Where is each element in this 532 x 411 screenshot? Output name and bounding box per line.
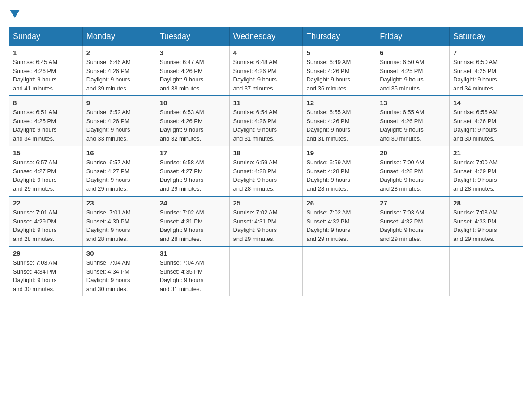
day-number: 9 (86, 99, 152, 107)
sunset-label: Sunset: 4:25 PM (453, 68, 496, 74)
sunrise-label: Sunrise: 7:00 AM (453, 159, 498, 166)
sunrise-label: Sunrise: 6:55 AM (306, 109, 351, 116)
sunrise-label: Sunrise: 6:55 AM (380, 109, 424, 116)
calendar-week-row: 22 Sunrise: 7:01 AM Sunset: 4:29 PM Dayl… (9, 196, 523, 246)
daylight-label: Daylight: 9 hours and 29 minutes. (453, 227, 497, 242)
day-info: Sunrise: 7:01 AM Sunset: 4:29 PM Dayligh… (13, 208, 79, 243)
sunset-label: Sunset: 4:31 PM (160, 218, 203, 225)
day-number: 18 (233, 149, 299, 157)
calendar-cell: 27 Sunrise: 7:03 AM Sunset: 4:32 PM Dayl… (376, 196, 450, 246)
calendar-cell: 2 Sunrise: 6:46 AM Sunset: 4:26 PM Dayli… (82, 46, 156, 96)
sunset-label: Sunset: 4:31 PM (233, 218, 276, 225)
sunrise-label: Sunrise: 6:54 AM (233, 109, 278, 116)
sunset-label: Sunset: 4:26 PM (160, 118, 203, 124)
day-number: 17 (160, 149, 226, 157)
day-number: 26 (306, 199, 372, 207)
day-number: 28 (453, 199, 519, 207)
daylight-label: Daylight: 9 hours and 31 minutes. (306, 126, 350, 142)
day-info: Sunrise: 6:50 AM Sunset: 4:25 PM Dayligh… (380, 58, 446, 93)
day-info: Sunrise: 6:46 AM Sunset: 4:26 PM Dayligh… (86, 58, 152, 93)
day-number: 10 (160, 99, 226, 107)
calendar-cell: 26 Sunrise: 7:02 AM Sunset: 4:32 PM Dayl… (303, 196, 376, 246)
sunrise-label: Sunrise: 6:52 AM (86, 109, 131, 116)
sunrise-label: Sunrise: 6:46 AM (86, 59, 131, 65)
sunrise-label: Sunrise: 6:50 AM (380, 59, 424, 65)
calendar-cell: 17 Sunrise: 6:58 AM Sunset: 4:27 PM Dayl… (156, 146, 229, 196)
day-number: 15 (13, 149, 79, 157)
weekday-header-friday: Friday (376, 27, 450, 46)
daylight-label: Daylight: 9 hours and 29 minutes. (160, 176, 204, 192)
sunset-label: Sunset: 4:26 PM (13, 68, 56, 74)
day-number: 22 (13, 199, 79, 207)
sunrise-label: Sunrise: 7:03 AM (453, 209, 498, 216)
sunset-label: Sunset: 4:30 PM (86, 218, 129, 225)
sunset-label: Sunset: 4:26 PM (453, 118, 496, 124)
weekday-header-saturday: Saturday (450, 27, 523, 46)
daylight-label: Daylight: 9 hours and 35 minutes. (380, 76, 424, 92)
day-number: 2 (86, 49, 152, 56)
day-number: 11 (233, 99, 299, 107)
calendar-cell: 16 Sunrise: 6:57 AM Sunset: 4:27 PM Dayl… (82, 146, 156, 196)
day-number: 24 (160, 199, 226, 207)
calendar-cell: 29 Sunrise: 7:03 AM Sunset: 4:34 PM Dayl… (9, 246, 83, 296)
day-number: 4 (233, 49, 299, 56)
daylight-label: Daylight: 9 hours and 34 minutes. (13, 126, 57, 142)
day-number: 25 (233, 199, 299, 207)
calendar-cell: 4 Sunrise: 6:48 AM Sunset: 4:26 PM Dayli… (229, 46, 303, 96)
day-info: Sunrise: 6:52 AM Sunset: 4:26 PM Dayligh… (86, 108, 152, 143)
weekday-header-row: SundayMondayTuesdayWednesdayThursdayFrid… (9, 27, 523, 46)
calendar-week-row: 15 Sunrise: 6:57 AM Sunset: 4:27 PM Dayl… (9, 146, 523, 196)
day-info: Sunrise: 6:45 AM Sunset: 4:26 PM Dayligh… (13, 58, 79, 93)
day-number: 3 (160, 49, 226, 56)
sunset-label: Sunset: 4:35 PM (160, 268, 203, 275)
daylight-label: Daylight: 9 hours and 28 minutes. (380, 176, 424, 192)
sunrise-label: Sunrise: 6:49 AM (306, 59, 351, 65)
calendar-cell: 5 Sunrise: 6:49 AM Sunset: 4:26 PM Dayli… (303, 46, 376, 96)
sunrise-label: Sunrise: 6:57 AM (13, 159, 57, 166)
daylight-label: Daylight: 9 hours and 30 minutes. (453, 126, 497, 142)
sunset-label: Sunset: 4:32 PM (306, 218, 349, 225)
daylight-label: Daylight: 9 hours and 30 minutes. (380, 126, 424, 142)
day-number: 13 (380, 99, 446, 107)
sunrise-label: Sunrise: 6:50 AM (453, 59, 498, 65)
day-number: 31 (160, 249, 226, 257)
sunset-label: Sunset: 4:26 PM (306, 118, 349, 124)
calendar-cell: 28 Sunrise: 7:03 AM Sunset: 4:33 PM Dayl… (450, 196, 523, 246)
daylight-label: Daylight: 9 hours and 41 minutes. (13, 76, 57, 92)
calendar-cell: 14 Sunrise: 6:56 AM Sunset: 4:26 PM Dayl… (450, 96, 523, 146)
day-info: Sunrise: 6:57 AM Sunset: 4:27 PM Dayligh… (86, 158, 152, 193)
day-number: 6 (380, 49, 446, 56)
day-info: Sunrise: 7:03 AM Sunset: 4:34 PM Dayligh… (13, 258, 79, 293)
sunrise-label: Sunrise: 7:02 AM (306, 209, 351, 216)
day-info: Sunrise: 7:03 AM Sunset: 4:33 PM Dayligh… (453, 208, 519, 243)
day-number: 30 (86, 249, 152, 257)
day-number: 8 (13, 99, 79, 107)
sunrise-label: Sunrise: 7:02 AM (160, 209, 204, 216)
daylight-label: Daylight: 9 hours and 31 minutes. (233, 126, 277, 142)
daylight-label: Daylight: 9 hours and 34 minutes. (453, 76, 497, 92)
calendar-cell: 30 Sunrise: 7:04 AM Sunset: 4:34 PM Dayl… (82, 246, 156, 296)
calendar-cell: 10 Sunrise: 6:53 AM Sunset: 4:26 PM Dayl… (156, 96, 229, 146)
daylight-label: Daylight: 9 hours and 36 minutes. (306, 76, 350, 92)
sunrise-label: Sunrise: 6:56 AM (453, 109, 498, 116)
weekday-header-sunday: Sunday (9, 27, 83, 46)
day-info: Sunrise: 6:56 AM Sunset: 4:26 PM Dayligh… (453, 108, 519, 143)
day-info: Sunrise: 6:54 AM Sunset: 4:26 PM Dayligh… (233, 108, 299, 143)
calendar-cell: 15 Sunrise: 6:57 AM Sunset: 4:27 PM Dayl… (9, 146, 83, 196)
calendar-cell: 20 Sunrise: 7:00 AM Sunset: 4:28 PM Dayl… (376, 146, 450, 196)
sunset-label: Sunset: 4:34 PM (86, 268, 129, 275)
sunrise-label: Sunrise: 6:47 AM (160, 59, 204, 65)
logo (9, 9, 20, 20)
sunset-label: Sunset: 4:26 PM (233, 118, 276, 124)
day-info: Sunrise: 7:04 AM Sunset: 4:34 PM Dayligh… (86, 258, 152, 293)
day-number: 23 (86, 199, 152, 207)
header (9, 9, 523, 20)
day-info: Sunrise: 6:59 AM Sunset: 4:28 PM Dayligh… (233, 158, 299, 193)
daylight-label: Daylight: 9 hours and 28 minutes. (160, 227, 204, 242)
day-number: 29 (13, 249, 79, 257)
sunrise-label: Sunrise: 6:58 AM (160, 159, 204, 166)
day-number: 19 (306, 149, 372, 157)
calendar-cell: 3 Sunrise: 6:47 AM Sunset: 4:26 PM Dayli… (156, 46, 229, 96)
day-info: Sunrise: 6:53 AM Sunset: 4:26 PM Dayligh… (160, 108, 226, 143)
sunset-label: Sunset: 4:28 PM (380, 168, 423, 175)
